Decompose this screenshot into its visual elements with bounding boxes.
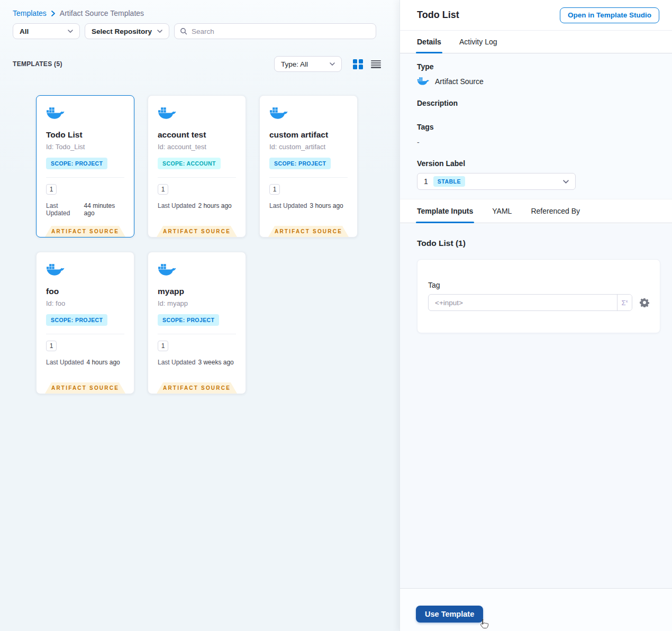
tab-template-inputs[interactable]: Template Inputs — [417, 199, 473, 223]
template-card-account-test[interactable]: account test Id: account_test SCOPE: ACC… — [148, 95, 246, 237]
inputs-card: Tag Σx — [417, 259, 660, 333]
template-title: foo — [46, 287, 124, 296]
details-tabs: Details Activity Log — [400, 31, 672, 53]
divider — [158, 334, 236, 334]
artifact-source-ribbon: ARTIFACT SOURCE — [157, 382, 237, 394]
type-filter-dropdown[interactable]: Type: All — [274, 56, 342, 72]
chevron-down-icon — [563, 180, 569, 184]
docker-icon — [269, 106, 288, 120]
repository-filter-value: Select Repository — [92, 28, 152, 35]
template-id: Id: foo — [46, 299, 124, 307]
template-title: account test — [158, 130, 236, 140]
chevron-down-icon — [330, 62, 335, 66]
artifact-source-ribbon: ARTIFACT SOURCE — [157, 226, 237, 237]
last-updated: Last Updated 44 minutes ago — [46, 202, 124, 217]
last-updated: Last Updated 3 hours ago — [269, 202, 348, 209]
divider — [46, 334, 124, 334]
template-card-foo[interactable]: foo Id: foo SCOPE: PROJECT 1 Last Update… — [36, 252, 134, 394]
breadcrumb-current: Artifact Source Templates — [60, 9, 144, 17]
details-content: Type Artifact Source Description Tags - … — [400, 53, 672, 199]
template-inputs-content: Todo List (1) Tag Σx — [400, 224, 672, 588]
scope-filter-value: All — [20, 28, 29, 35]
repository-filter-dropdown[interactable]: Select Repository — [85, 23, 169, 39]
templates-count: TEMPLATES (5) — [13, 60, 62, 68]
artifact-source-ribbon: ARTIFACT SOURCE — [268, 226, 349, 237]
tab-details[interactable]: Details — [417, 31, 441, 53]
version-label: Version Label — [417, 159, 655, 168]
tab-activity-log[interactable]: Activity Log — [459, 31, 497, 53]
tab-yaml[interactable]: YAML — [492, 199, 512, 223]
templates-list-panel: Templates Artifact Source Templates All … — [0, 0, 399, 631]
chevron-right-icon — [51, 11, 55, 16]
last-updated: Last Updated 3 weeks ago — [158, 359, 236, 366]
docker-icon — [46, 106, 65, 120]
docker-icon — [46, 263, 65, 277]
version-select[interactable]: 1 STABLE — [417, 173, 576, 190]
template-id: Id: account_test — [158, 143, 236, 151]
scope-badge: SCOPE: PROJECT — [158, 314, 219, 326]
list-view-icon[interactable] — [371, 60, 381, 69]
breadcrumb-templates-link[interactable]: Templates — [13, 9, 47, 17]
docker-icon — [158, 106, 177, 120]
scope-badge: SCOPE: PROJECT — [46, 158, 107, 169]
open-in-template-studio-button[interactable]: Open in Template Studio — [560, 7, 659, 23]
search-box — [174, 23, 376, 39]
artifact-source-ribbon: ARTIFACT SOURCE — [45, 382, 125, 394]
template-title: myapp — [158, 287, 236, 296]
tags-value: - — [417, 138, 655, 147]
divider — [158, 177, 236, 178]
details-header: Todo List Open in Template Studio — [400, 0, 672, 31]
template-title: custom artifact — [269, 130, 348, 140]
tags-label: Tags — [417, 123, 655, 131]
chevron-down-icon — [157, 30, 162, 33]
divider — [46, 177, 124, 178]
template-id: Id: custom_artifact — [269, 143, 348, 151]
use-template-button[interactable]: Use Template — [416, 606, 483, 623]
tab-referenced-by[interactable]: Referenced By — [531, 199, 580, 223]
version-chip: 1 — [269, 184, 280, 195]
version-chip: 1 — [46, 341, 57, 351]
scope-filter-dropdown[interactable]: All — [13, 23, 80, 39]
template-title: Todo List — [46, 130, 124, 140]
template-card-todo-list[interactable]: Todo List Id: Todo_List SCOPE: PROJECT 1… — [36, 95, 134, 237]
tag-label: Tag — [428, 281, 649, 289]
type-value: Artifact Source — [435, 77, 484, 86]
view-toggle — [353, 59, 381, 69]
breadcrumb: Templates Artifact Source Templates — [13, 9, 144, 17]
templates-header-row: TEMPLATES (5) Type: All — [13, 56, 381, 72]
filter-row: All Select Repository — [13, 23, 376, 39]
type-label: Type — [417, 62, 655, 71]
version-chip: 1 — [46, 184, 57, 195]
scope-badge: SCOPE: ACCOUNT — [158, 158, 221, 169]
search-input[interactable] — [192, 28, 370, 35]
docker-icon — [158, 263, 177, 277]
type-value-row: Artifact Source — [417, 77, 655, 86]
scope-badge: SCOPE: PROJECT — [46, 314, 107, 326]
divider — [269, 177, 348, 178]
template-id: Id: myapp — [158, 299, 236, 307]
description-label: Description — [417, 99, 655, 107]
search-icon — [180, 28, 187, 35]
version-chip: 1 — [158, 184, 168, 195]
artifact-source-ribbon: ARTIFACT SOURCE — [45, 226, 125, 237]
expression-input-toggle[interactable]: Σx — [617, 295, 632, 310]
inner-tabs: Template Inputs YAML Referenced By — [400, 199, 672, 223]
panel-title: Todo List — [417, 10, 459, 21]
grid-view-icon[interactable] — [353, 59, 363, 69]
tag-input-row: Σx — [428, 294, 649, 311]
type-filter-value: Type: All — [281, 60, 308, 68]
templates-grid: Todo List Id: Todo_List SCOPE: PROJECT 1… — [36, 95, 358, 394]
last-updated: Last Updated 2 hours ago — [158, 202, 236, 209]
template-details-panel: Todo List Open in Template Studio Detail… — [399, 0, 672, 631]
template-card-custom-artifact[interactable]: custom artifact Id: custom_artifact SCOP… — [259, 95, 358, 237]
version-value: 1 — [424, 177, 428, 186]
gear-icon[interactable] — [640, 298, 649, 307]
template-card-myapp[interactable]: myapp Id: myapp SCOPE: PROJECT 1 Last Up… — [148, 252, 246, 394]
details-footer: Use Template — [400, 588, 672, 631]
template-id: Id: Todo_List — [46, 143, 124, 151]
scope-badge: SCOPE: PROJECT — [269, 158, 331, 169]
docker-icon — [417, 77, 430, 86]
version-chip: 1 — [158, 341, 168, 351]
tag-input[interactable] — [429, 295, 617, 310]
inputs-heading: Todo List (1) — [417, 239, 659, 248]
